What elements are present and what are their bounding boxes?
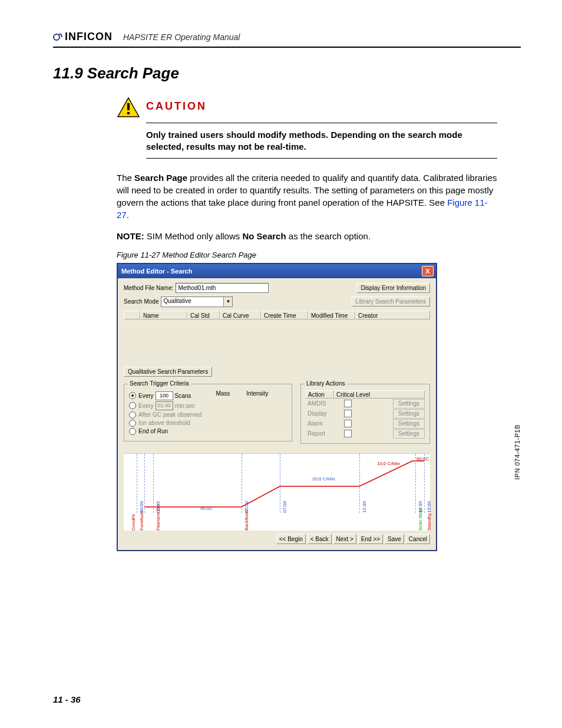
criteria-after-gc-peak[interactable]: After GC peak observed (129, 411, 216, 419)
col-cal-std[interactable]: Cal Std (187, 311, 220, 319)
settings-button[interactable]: Settings (393, 419, 425, 429)
ipn-code: IPN 074-471-P1B (514, 424, 521, 480)
figure-caption: Figure 11-27 Method Editor Search Page (117, 251, 521, 259)
chart-annot-40c: 40.0C (200, 506, 213, 511)
svg-rect-2 (127, 103, 130, 110)
caution-block: CAUTION Only trained users should modify… (117, 97, 497, 159)
manual-title: HAPSITE ER Operating Manual (123, 32, 240, 43)
lib-row-report: Report Settings (306, 429, 425, 439)
criteria-every-time[interactable]: Every 01:40 min:sec (129, 401, 216, 410)
end-button[interactable]: End >> (358, 534, 383, 544)
settings-button[interactable]: Settings (393, 429, 425, 439)
qualitative-search-params-button[interactable]: Qualitative Search Parameters (124, 367, 212, 377)
event-scan-stop: Scan Stop (418, 509, 423, 531)
event-filament-on: Filament On (156, 505, 161, 531)
event-standby: Standby (427, 513, 432, 530)
chart-annot-80c: 80.0C (416, 456, 429, 462)
settings-button[interactable]: Settings (393, 399, 425, 409)
chevron-down-icon: ▼ (223, 297, 232, 307)
window-title: Method Editor - Search (121, 268, 192, 275)
radio-icon (129, 402, 136, 409)
search-mode-dropdown[interactable]: Qualitative ▼ (161, 297, 233, 307)
next-button[interactable]: Next > (333, 534, 356, 544)
criteria-end-of-run[interactable]: End of Run (129, 428, 216, 435)
method-file-label: Method File Name: (124, 285, 173, 291)
radio-icon (129, 411, 136, 419)
page-number: 11 - 36 (53, 694, 81, 704)
chart-annot-100cmin: 10.0 C/Min (377, 461, 400, 466)
chart-annot-200cmin: 20.0 C/Min (312, 476, 335, 482)
page-header: INFICON HAPSITE ER Operating Manual (53, 31, 521, 48)
radio-icon (129, 420, 136, 427)
method-editor-window: Method Editor - Search X Method File Nam… (117, 263, 437, 551)
mass-label: Mass (216, 390, 230, 397)
criteria-title: Search Trigger Criteria (128, 380, 191, 387)
search-mode-value: Qualitative (161, 297, 223, 307)
lib-col-critical: Critical Level (334, 390, 425, 398)
criteria-ion-above-threshold[interactable]: Ion above threshold (129, 420, 216, 427)
checkbox[interactable] (344, 400, 352, 407)
begin-button[interactable]: << Begin (276, 534, 306, 544)
scans-input[interactable]: 100 (156, 391, 173, 400)
library-grid-header: Name Cal Std Cal Curve Create Time Modif… (124, 311, 430, 319)
body-paragraph-1: The Search Page provides all the criteri… (117, 172, 497, 221)
caution-rule-top (146, 123, 497, 123)
radio-icon (129, 392, 136, 399)
window-titlebar: Method Editor - Search X (118, 264, 436, 278)
caution-heading: CAUTION (146, 100, 207, 113)
checkbox[interactable] (344, 420, 352, 427)
col-cal-curve[interactable]: Cal Curve (220, 311, 261, 319)
brand-logo: INFICON (53, 31, 113, 43)
event-foreflush: Foreflush (139, 510, 144, 530)
event-backflush: Backflush (244, 510, 249, 531)
display-error-button[interactable]: Display Error Information (356, 283, 430, 293)
logo-icon (53, 32, 62, 42)
event-condfil: CondFil (131, 514, 136, 531)
criteria-every-scans[interactable]: Every 100 Scans (129, 391, 216, 400)
settings-button[interactable]: Settings (393, 409, 425, 419)
library-search-params-button[interactable]: Library Search Parameters (352, 297, 431, 307)
caution-rule-bottom (146, 158, 497, 159)
col-modified-time[interactable]: Modified Time (308, 311, 355, 319)
caution-text: Only trained users should modify methods… (146, 129, 497, 153)
library-actions-title: Library Actions (305, 380, 347, 387)
svg-point-0 (54, 34, 59, 40)
lib-col-action: Action (306, 390, 334, 398)
intensity-label: Intensity (246, 390, 268, 397)
lib-row-display: Display Settings (306, 409, 425, 419)
col-create-time[interactable]: Create Time (261, 311, 308, 319)
section-title: 11.9 Search Page (53, 64, 521, 83)
save-button[interactable]: Save (385, 534, 404, 544)
brand-name: INFICON (65, 31, 113, 43)
search-mode-label: Search Mode (124, 298, 158, 305)
window-footer-buttons: << Begin < Back Next > End >> Save Cance… (124, 531, 430, 545)
col-creator[interactable]: Creator (355, 311, 430, 319)
checkbox[interactable] (344, 410, 352, 417)
temperature-chart: 40.0C 20.0 C/Min 10.0 C/Min 80.0C 00:00 … (124, 453, 430, 531)
col-name[interactable]: Name (140, 311, 187, 319)
warning-icon (117, 97, 140, 118)
method-file-input[interactable]: Method01.mth (176, 283, 269, 293)
radio-icon (129, 428, 136, 435)
library-actions-group: Library Actions Action Critical Level AM… (300, 384, 430, 444)
search-trigger-criteria-group: Search Trigger Criteria Every 100 Scans (124, 384, 292, 442)
close-icon[interactable]: X (422, 266, 434, 276)
library-grid-body (124, 319, 430, 367)
lib-row-alarm: Alarm Settings (306, 419, 425, 429)
svg-rect-3 (127, 112, 130, 114)
lib-row-amdis: AMDIS Settings (306, 399, 425, 409)
checkbox[interactable] (344, 430, 352, 437)
time-input: 01:40 (156, 401, 173, 410)
cancel-button[interactable]: Cancel (406, 534, 430, 544)
note-paragraph: NOTE: SIM Method only allows No Search a… (117, 230, 497, 242)
back-button[interactable]: < Back (308, 534, 332, 544)
